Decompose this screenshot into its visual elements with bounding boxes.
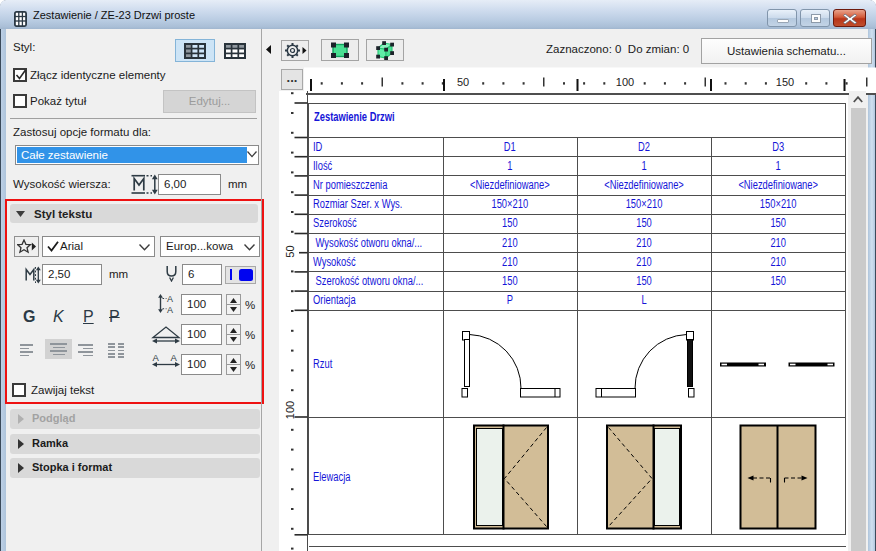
svg-text:100: 100 [284, 401, 296, 419]
svg-text:A: A [167, 294, 173, 304]
svg-text:100: 100 [616, 76, 634, 88]
svg-text:50: 50 [284, 245, 296, 257]
svg-text:150: 150 [776, 76, 794, 88]
svg-text:50: 50 [457, 76, 469, 88]
svg-text:A: A [171, 352, 178, 363]
svg-text:A: A [153, 352, 160, 363]
svg-text:A: A [167, 305, 173, 314]
